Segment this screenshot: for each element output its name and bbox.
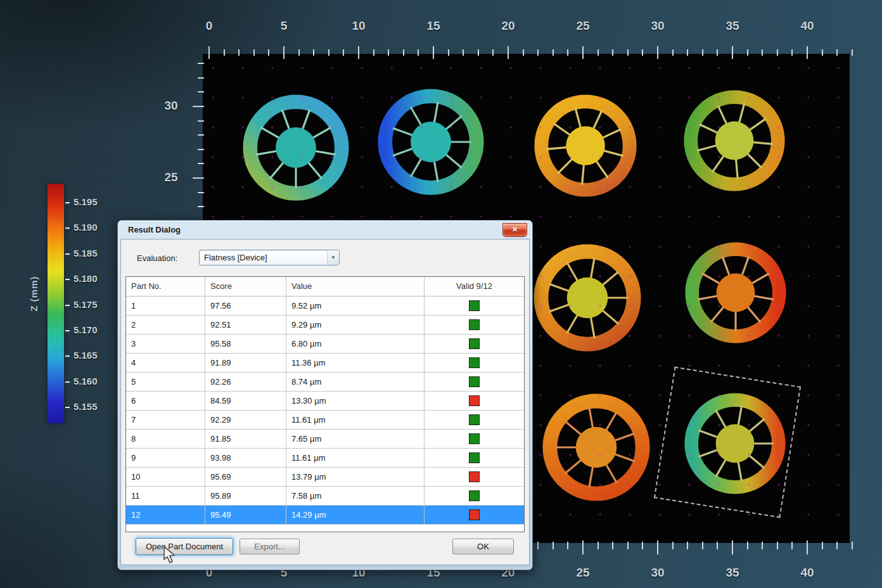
result-dialog: Result Dialog ✕ Evaluation: Flatness [De… <box>117 220 533 570</box>
cell-score: 95.49 <box>205 506 286 524</box>
cell-score: 95.58 <box>205 335 286 353</box>
dialog-titlebar[interactable]: Result Dialog ✕ <box>120 220 530 239</box>
ruler-tick <box>762 542 763 549</box>
ok-button[interactable]: OK <box>452 539 514 554</box>
ruler-tick <box>852 49 853 56</box>
cell-valid <box>425 468 524 486</box>
colorbar-tick-label: 5.175 <box>74 299 98 310</box>
cell-part: 7 <box>126 411 205 429</box>
ruler-tick <box>478 49 479 56</box>
part-wheel[interactable] <box>676 82 793 199</box>
colorbar-tick <box>65 305 70 306</box>
ruler-tick <box>523 49 524 56</box>
bottom-ruler-label: 35 <box>719 566 746 580</box>
ruler-tick <box>852 542 853 549</box>
ruler-tick <box>198 192 204 193</box>
ruler-tick <box>791 49 793 56</box>
top-ruler-label: 30 <box>644 19 672 33</box>
ruler-tick <box>702 542 703 549</box>
cell-value: 7.65 µm <box>286 430 425 448</box>
part-wheel[interactable] <box>535 386 658 509</box>
ruler-tick <box>687 49 688 56</box>
table-row[interactable]: 5 92.26 8.74 µm <box>126 373 524 392</box>
dialog-title: Result Dialog <box>123 225 181 234</box>
cell-value: 9.29 µm <box>286 316 425 334</box>
ruler-tick <box>298 49 300 56</box>
left-ruler-label: 25 <box>157 170 185 184</box>
ruler-tick <box>224 49 225 56</box>
colorbar-tick-label: 5.155 <box>74 401 98 412</box>
ruler-tick <box>836 49 838 56</box>
ruler-tick <box>582 46 584 59</box>
valid-indicator <box>469 300 480 311</box>
color-scale-bar <box>48 184 64 423</box>
close-button[interactable]: ✕ <box>502 223 527 237</box>
ruler-tick <box>747 49 748 56</box>
cell-valid <box>425 506 524 524</box>
ruler-tick <box>198 163 204 164</box>
table-header-row: Part No. Score Value Valid 9/12 <box>126 277 524 297</box>
table-row[interactable]: 9 93.98 11.61 µm <box>126 449 524 468</box>
ruler-tick <box>642 542 643 549</box>
open-part-document-button[interactable]: Open Part Document <box>136 538 233 555</box>
ruler-tick <box>777 542 778 549</box>
ruler-tick <box>717 49 718 56</box>
top-ruler-label: 40 <box>793 19 821 33</box>
colorbar-tick-label: 5.195 <box>74 196 98 207</box>
part-wheel[interactable] <box>677 234 794 351</box>
table-row[interactable]: 1 97.56 9.52 µm <box>126 297 524 316</box>
bottom-ruler-label: 25 <box>569 566 597 580</box>
export-button[interactable]: Export... <box>240 539 300 554</box>
ruler-tick <box>553 49 554 56</box>
table-row[interactable]: 4 91.89 11.36 µm <box>126 354 524 373</box>
ruler-tick <box>598 49 599 56</box>
cell-value: 14.29 µm <box>286 506 425 524</box>
table-row[interactable]: 12 95.49 14.29 µm <box>126 506 524 525</box>
evaluation-value: Flatness [Device] <box>204 253 267 262</box>
ruler-tick <box>508 46 509 59</box>
cell-score: 92.26 <box>205 373 286 391</box>
part-wheel[interactable] <box>527 87 644 205</box>
table-row[interactable]: 3 95.58 6.80 µm <box>126 335 524 354</box>
ruler-tick <box>687 542 688 549</box>
ruler-tick <box>448 49 449 56</box>
valid-indicator <box>469 414 480 425</box>
top-ruler-label: 20 <box>494 19 522 33</box>
results-table-body: 1 97.56 9.52 µm 2 92.51 9.29 µm 3 95.58 … <box>126 297 524 525</box>
top-ruler-label: 35 <box>719 19 746 33</box>
top-ruler-label: 5 <box>270 19 298 33</box>
evaluation-dropdown[interactable]: Flatness [Device] ▼ <box>199 250 340 265</box>
colorbar-tick-label: 5.165 <box>74 350 98 361</box>
top-ruler-label: 10 <box>345 19 373 33</box>
valid-indicator <box>469 395 480 406</box>
ruler-tick <box>537 49 539 56</box>
cell-value: 6.80 µm <box>286 335 425 353</box>
header-part-no: Part No. <box>126 277 205 296</box>
table-row[interactable]: 11 95.89 7.58 µm <box>126 487 524 506</box>
part-wheel[interactable] <box>235 87 357 208</box>
ruler-tick <box>388 49 389 56</box>
header-valid: Valid 9/12 <box>425 277 524 296</box>
part-wheel[interactable] <box>370 81 492 203</box>
cell-score: 91.85 <box>205 430 286 448</box>
ruler-tick <box>836 542 838 549</box>
ruler-tick <box>433 46 434 59</box>
cell-part: 9 <box>126 449 205 467</box>
results-table: Part No. Score Value Valid 9/12 1 97.56 … <box>125 276 525 532</box>
ruler-tick <box>822 542 823 549</box>
table-row[interactable]: 8 91.85 7.65 µm <box>126 430 524 449</box>
table-row[interactable]: 10 95.69 13.79 µm <box>126 468 524 487</box>
colorbar-tick <box>65 227 70 229</box>
cell-part: 5 <box>126 373 205 391</box>
top-ruler-label: 15 <box>419 19 447 33</box>
colorbar-tick <box>65 279 70 280</box>
cell-part: 12 <box>126 506 205 524</box>
table-row[interactable]: 6 84.59 13.30 µm <box>126 392 524 411</box>
ruler-tick <box>582 540 584 554</box>
table-row[interactable]: 7 92.29 11.61 µm <box>126 411 524 430</box>
ruler-tick <box>193 177 204 179</box>
valid-indicator <box>469 471 480 482</box>
table-row[interactable]: 2 92.51 9.29 µm <box>126 316 524 335</box>
valid-indicator <box>469 509 480 520</box>
part-wheel[interactable] <box>526 236 649 359</box>
